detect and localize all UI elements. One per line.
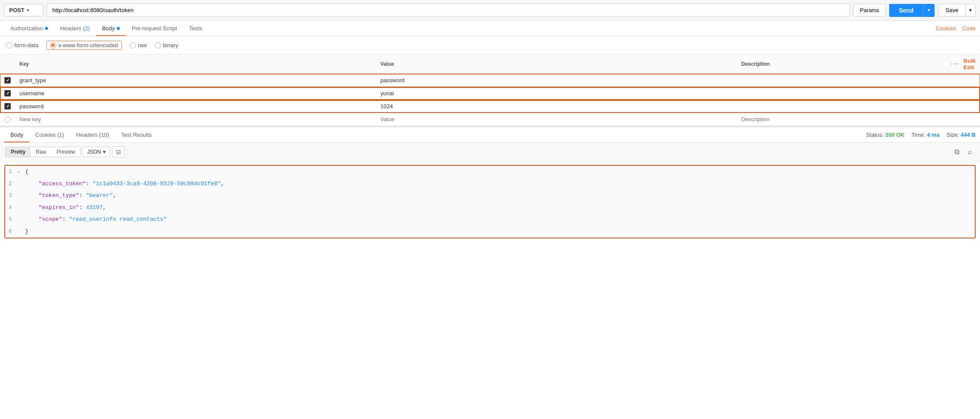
method-chevron-icon: ▾ [27, 8, 29, 13]
new-desc-cell[interactable] [737, 113, 947, 126]
json-label: JSON [87, 149, 101, 155]
new-key-cell[interactable] [15, 113, 376, 126]
row2-value[interactable]: yunai [376, 87, 737, 100]
radio-binary[interactable]: binary [155, 42, 178, 48]
col-header-value: Value [376, 55, 737, 74]
row1-value[interactable]: password [376, 74, 737, 87]
send-chevron-button[interactable]: ▾ [923, 4, 935, 17]
table-row: ✓ password 1024 [0, 100, 980, 113]
radio-x-www-circle [50, 42, 56, 48]
tab-tests[interactable]: Tests [183, 21, 208, 36]
method-label: POST [9, 7, 24, 13]
table-row: ✓ username yunai [0, 87, 980, 100]
format-preview[interactable]: Preview [51, 147, 80, 157]
params-button[interactable]: Params [853, 4, 886, 16]
code-line-4: 4 "expires_in": 43197, [5, 202, 975, 214]
radio-x-www-label: x-www-form-urlencoded [58, 42, 118, 48]
response-code-container: 1 ▾ { 2 "access_token": "1c1a9433-3ca9-4… [4, 165, 976, 239]
new-key-input[interactable] [19, 116, 372, 122]
resp-tab-cookies[interactable]: Cookies (1) [29, 127, 70, 142]
new-row-radio [5, 116, 11, 122]
tab-body-label: Body [102, 25, 115, 32]
row3-value[interactable]: 1024 [376, 100, 737, 113]
row2-description[interactable] [737, 87, 947, 100]
save-button[interactable]: Save [938, 4, 965, 16]
new-row-actions [946, 113, 980, 126]
row1-checkbox-cell: ✓ [0, 74, 15, 87]
json-format-select[interactable]: JSON ▾ [83, 147, 110, 157]
new-row-checkbox-cell [0, 113, 15, 126]
tab-authorization[interactable]: Authorization [4, 21, 54, 36]
row3-actions [946, 100, 980, 113]
radio-binary-label: binary [163, 42, 178, 48]
json-key-expires-in: "expires_in" [38, 204, 79, 211]
col-header-description: Description [737, 55, 947, 74]
status-value: 200 OK [885, 132, 905, 138]
new-key-row [0, 113, 980, 126]
filter-icon-button[interactable]: ⊟ [112, 146, 125, 158]
bulk-edit-button[interactable]: Bulk Edit [964, 58, 976, 71]
code-line-5: 5 "scope": "read_userinfo read_contacts" [5, 213, 975, 226]
radio-raw-label: raw [138, 42, 147, 48]
request-tabs: Authorization Headers (2) Body Pre-reque… [0, 21, 980, 36]
format-raw[interactable]: Raw [31, 147, 51, 157]
send-button[interactable]: Send [889, 4, 923, 17]
more-actions-icon[interactable]: ··· [951, 60, 959, 68]
new-value-cell[interactable] [376, 113, 737, 126]
method-select[interactable]: POST ▾ [4, 4, 43, 16]
code-line-3: 3 "token_type": "bearer", [5, 190, 975, 202]
row3-key[interactable]: password [15, 100, 376, 113]
json-key-scope: "scope" [38, 216, 62, 222]
url-input[interactable] [47, 3, 850, 17]
tab-headers[interactable]: Headers (2) [54, 21, 96, 36]
json-val-expires-in: 43197 [86, 204, 102, 211]
tab-pre-request-label: Pre-request Script [132, 25, 177, 32]
row1-checkbox[interactable]: ✓ [4, 77, 11, 84]
tab-pre-request[interactable]: Pre-request Script [126, 21, 183, 36]
response-body-actions: ⧉ ⌕ [952, 147, 975, 157]
time-value: 4 ms [927, 132, 940, 138]
radio-binary-circle [155, 42, 161, 48]
json-key-token-type: "token_type" [38, 192, 79, 199]
new-desc-input[interactable] [741, 116, 942, 122]
radio-raw[interactable]: raw [130, 42, 147, 48]
cookies-link[interactable]: Cookies [936, 25, 956, 32]
body-type-bar: form-data x-www-form-urlencoded raw bina… [0, 36, 980, 55]
radio-raw-circle [130, 42, 136, 48]
code-line-2: 2 "access_token": "1c1a9433-3ca9-4208-93… [5, 178, 975, 190]
search-icon-button[interactable]: ⌕ [965, 147, 975, 157]
row2-checkbox-cell: ✓ [0, 87, 15, 100]
row2-key[interactable]: username [15, 87, 376, 100]
row1-key[interactable]: grant_type [15, 74, 376, 87]
row3-checkbox[interactable]: ✓ [4, 103, 11, 110]
right-links: Cookies Code [936, 25, 976, 32]
row3-checkbox-cell: ✓ [0, 100, 15, 113]
radio-form-data[interactable]: form-data [6, 42, 38, 48]
code-line-1: 1 ▾ { [5, 166, 975, 178]
save-chevron-button[interactable]: ▾ [965, 4, 975, 16]
code-line-6: 6 } [5, 226, 975, 238]
response-body-toolbar: Pretty Raw Preview JSON ▾ ⊟ ⧉ ⌕ [0, 143, 980, 161]
col-header-key: Key [15, 55, 376, 74]
new-value-input[interactable] [381, 116, 733, 122]
radio-x-www-form-urlencoded[interactable]: x-www-form-urlencoded [46, 41, 122, 50]
copy-icon-button[interactable]: ⧉ [952, 147, 962, 157]
resp-tab-body[interactable]: Body [4, 127, 29, 142]
response-tabs-bar: Body Cookies (1) Headers (10) Test Resul… [0, 127, 980, 143]
resp-tab-test-results[interactable]: Test Results [115, 127, 158, 142]
col-header-actions: ··· Bulk Edit [946, 55, 980, 74]
body-dot [117, 27, 120, 30]
params-table: Key Value Description ··· Bulk Edit ✓ gr… [0, 55, 980, 126]
send-button-group: Send ▾ [889, 4, 935, 17]
row1-description[interactable] [737, 74, 947, 87]
status-label: Status: 200 OK [866, 132, 905, 138]
json-val-token-type: "bearer" [86, 192, 112, 199]
tab-body[interactable]: Body [96, 21, 126, 36]
row2-checkbox[interactable]: ✓ [4, 90, 11, 97]
size-label: Size: 444 B [947, 132, 976, 138]
format-pretty[interactable]: Pretty [6, 147, 31, 157]
row3-description[interactable] [737, 100, 947, 113]
response-status: Status: 200 OK Time: 4 ms Size: 444 B [866, 132, 976, 138]
resp-tab-headers[interactable]: Headers (10) [70, 127, 115, 142]
code-link[interactable]: Code [962, 25, 976, 32]
